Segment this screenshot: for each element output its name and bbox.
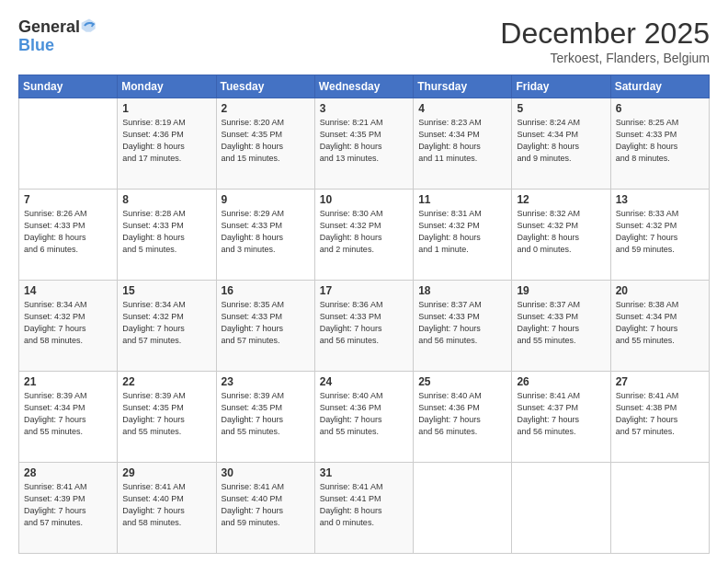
day-info: Sunrise: 8:29 AM Sunset: 4:33 PM Dayligh… <box>222 208 310 256</box>
calendar-cell: 15Sunrise: 8:34 AM Sunset: 4:32 PM Dayli… <box>118 281 216 372</box>
day-info: Sunrise: 8:41 AM Sunset: 4:38 PM Dayligh… <box>616 390 704 438</box>
day-info: Sunrise: 8:40 AM Sunset: 4:36 PM Dayligh… <box>320 390 408 438</box>
calendar-cell: 10Sunrise: 8:30 AM Sunset: 4:32 PM Dayli… <box>314 190 413 281</box>
day-info: Sunrise: 8:41 AM Sunset: 4:37 PM Dayligh… <box>517 390 605 438</box>
day-number: 30 <box>222 466 310 479</box>
day-info: Sunrise: 8:39 AM Sunset: 4:35 PM Dayligh… <box>122 390 210 438</box>
day-info: Sunrise: 8:34 AM Sunset: 4:32 PM Dayligh… <box>24 299 112 347</box>
calendar-cell: 23Sunrise: 8:39 AM Sunset: 4:35 PM Dayli… <box>216 372 314 463</box>
day-info: Sunrise: 8:32 AM Sunset: 4:32 PM Dayligh… <box>517 208 605 256</box>
day-info: Sunrise: 8:33 AM Sunset: 4:32 PM Dayligh… <box>616 208 704 256</box>
day-number: 4 <box>418 102 506 115</box>
location-title: Terkoest, Flanders, Belgium <box>500 51 710 65</box>
day-number: 16 <box>222 284 310 297</box>
page: General Blue December 2025 Terkoest, Fla… <box>0 0 728 563</box>
day-number: 9 <box>222 193 310 206</box>
calendar-cell: 16Sunrise: 8:35 AM Sunset: 4:33 PM Dayli… <box>216 281 314 372</box>
calendar-cell: 2Sunrise: 8:20 AM Sunset: 4:35 PM Daylig… <box>216 98 314 190</box>
calendar-cell: 26Sunrise: 8:41 AM Sunset: 4:37 PM Dayli… <box>512 372 610 463</box>
calendar-cell: 28Sunrise: 8:41 AM Sunset: 4:39 PM Dayli… <box>19 463 118 554</box>
day-info: Sunrise: 8:41 AM Sunset: 4:39 PM Dayligh… <box>24 481 112 529</box>
header: General Blue December 2025 Terkoest, Fla… <box>18 17 710 65</box>
calendar-cell: 11Sunrise: 8:31 AM Sunset: 4:32 PM Dayli… <box>414 190 512 281</box>
day-info: Sunrise: 8:28 AM Sunset: 4:33 PM Dayligh… <box>122 208 210 256</box>
day-number: 28 <box>24 466 112 479</box>
logo-general: General <box>18 18 80 35</box>
calendar-cell: 19Sunrise: 8:37 AM Sunset: 4:33 PM Dayli… <box>512 281 610 372</box>
calendar-cell: 29Sunrise: 8:41 AM Sunset: 4:40 PM Dayli… <box>118 463 216 554</box>
calendar-cell: 27Sunrise: 8:41 AM Sunset: 4:38 PM Dayli… <box>610 372 709 463</box>
calendar-cell: 18Sunrise: 8:37 AM Sunset: 4:33 PM Dayli… <box>414 281 512 372</box>
day-number: 17 <box>320 284 408 297</box>
calendar-cell <box>414 463 512 554</box>
day-info: Sunrise: 8:30 AM Sunset: 4:32 PM Dayligh… <box>320 208 408 256</box>
calendar-cell: 21Sunrise: 8:39 AM Sunset: 4:34 PM Dayli… <box>19 372 118 463</box>
day-number: 12 <box>517 193 605 206</box>
calendar-week: 7Sunrise: 8:26 AM Sunset: 4:33 PM Daylig… <box>19 190 710 281</box>
calendar-cell: 9Sunrise: 8:29 AM Sunset: 4:33 PM Daylig… <box>216 190 314 281</box>
day-info: Sunrise: 8:41 AM Sunset: 4:41 PM Dayligh… <box>320 481 408 529</box>
day-number: 11 <box>418 193 506 206</box>
day-info: Sunrise: 8:41 AM Sunset: 4:40 PM Dayligh… <box>122 481 210 529</box>
day-info: Sunrise: 8:19 AM Sunset: 4:36 PM Dayligh… <box>122 117 210 165</box>
day-number: 22 <box>122 375 210 388</box>
title-block: December 2025 Terkoest, Flanders, Belgiu… <box>500 17 710 65</box>
day-number: 27 <box>616 375 704 388</box>
day-number: 29 <box>122 466 210 479</box>
calendar-cell: 4Sunrise: 8:23 AM Sunset: 4:34 PM Daylig… <box>414 98 512 190</box>
day-info: Sunrise: 8:37 AM Sunset: 4:33 PM Dayligh… <box>517 299 605 347</box>
logo-blue: Blue <box>18 37 54 53</box>
weekday-header: Sunday <box>19 75 118 98</box>
weekday-header: Monday <box>118 75 216 98</box>
calendar-cell <box>512 463 610 554</box>
weekday-header: Saturday <box>610 75 709 98</box>
day-info: Sunrise: 8:40 AM Sunset: 4:36 PM Dayligh… <box>418 390 506 438</box>
calendar-week: 14Sunrise: 8:34 AM Sunset: 4:32 PM Dayli… <box>19 281 710 372</box>
day-info: Sunrise: 8:37 AM Sunset: 4:33 PM Dayligh… <box>418 299 506 347</box>
day-number: 8 <box>122 193 210 206</box>
day-number: 25 <box>418 375 506 388</box>
calendar-cell: 31Sunrise: 8:41 AM Sunset: 4:41 PM Dayli… <box>314 463 413 554</box>
day-number: 15 <box>122 284 210 297</box>
calendar-cell: 25Sunrise: 8:40 AM Sunset: 4:36 PM Dayli… <box>414 372 512 463</box>
header-row: SundayMondayTuesdayWednesdayThursdayFrid… <box>19 75 710 98</box>
weekday-header: Tuesday <box>216 75 314 98</box>
calendar-cell: 17Sunrise: 8:36 AM Sunset: 4:33 PM Dayli… <box>314 281 413 372</box>
day-number: 21 <box>24 375 112 388</box>
day-number: 13 <box>616 193 704 206</box>
day-number: 31 <box>320 466 408 479</box>
calendar-cell: 3Sunrise: 8:21 AM Sunset: 4:35 PM Daylig… <box>314 98 413 190</box>
day-number: 14 <box>24 284 112 297</box>
calendar-table: SundayMondayTuesdayWednesdayThursdayFrid… <box>18 75 710 554</box>
day-info: Sunrise: 8:25 AM Sunset: 4:33 PM Dayligh… <box>616 117 704 165</box>
day-number: 24 <box>320 375 408 388</box>
day-info: Sunrise: 8:39 AM Sunset: 4:35 PM Dayligh… <box>222 390 310 438</box>
calendar-cell: 6Sunrise: 8:25 AM Sunset: 4:33 PM Daylig… <box>610 98 709 190</box>
calendar-cell: 22Sunrise: 8:39 AM Sunset: 4:35 PM Dayli… <box>118 372 216 463</box>
day-number: 26 <box>517 375 605 388</box>
day-info: Sunrise: 8:34 AM Sunset: 4:32 PM Dayligh… <box>122 299 210 347</box>
day-info: Sunrise: 8:24 AM Sunset: 4:34 PM Dayligh… <box>517 117 605 165</box>
weekday-header: Friday <box>512 75 610 98</box>
day-info: Sunrise: 8:35 AM Sunset: 4:33 PM Dayligh… <box>222 299 310 347</box>
day-number: 19 <box>517 284 605 297</box>
day-number: 2 <box>222 102 310 115</box>
calendar-cell: 1Sunrise: 8:19 AM Sunset: 4:36 PM Daylig… <box>118 98 216 190</box>
calendar-cell: 30Sunrise: 8:41 AM Sunset: 4:40 PM Dayli… <box>216 463 314 554</box>
calendar-week: 1Sunrise: 8:19 AM Sunset: 4:36 PM Daylig… <box>19 98 710 190</box>
logo: General Blue <box>18 17 98 53</box>
day-info: Sunrise: 8:31 AM Sunset: 4:32 PM Dayligh… <box>418 208 506 256</box>
day-info: Sunrise: 8:21 AM Sunset: 4:35 PM Dayligh… <box>320 117 408 165</box>
day-number: 1 <box>122 102 210 115</box>
day-number: 10 <box>320 193 408 206</box>
calendar-cell: 24Sunrise: 8:40 AM Sunset: 4:36 PM Dayli… <box>314 372 413 463</box>
calendar-cell <box>610 463 709 554</box>
day-number: 18 <box>418 284 506 297</box>
calendar-cell: 12Sunrise: 8:32 AM Sunset: 4:32 PM Dayli… <box>512 190 610 281</box>
weekday-header: Wednesday <box>314 75 413 98</box>
logo-icon <box>80 17 98 35</box>
day-info: Sunrise: 8:39 AM Sunset: 4:34 PM Dayligh… <box>24 390 112 438</box>
month-title: December 2025 <box>500 17 710 51</box>
day-info: Sunrise: 8:36 AM Sunset: 4:33 PM Dayligh… <box>320 299 408 347</box>
day-number: 5 <box>517 102 605 115</box>
